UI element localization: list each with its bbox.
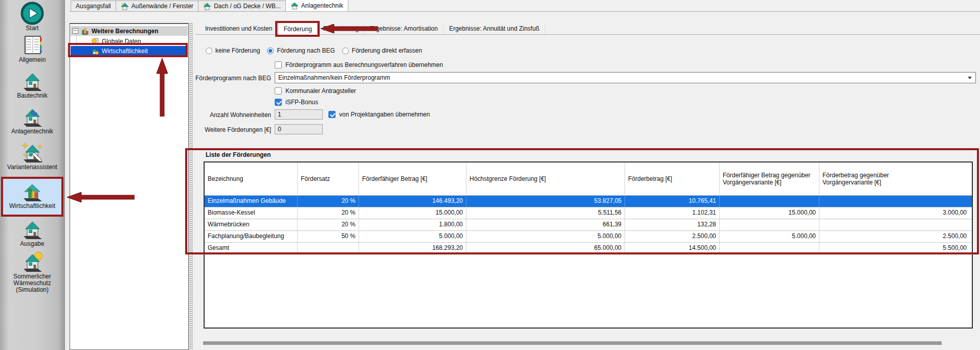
table-cell[interactable]: Biomasse-Kessel — [205, 207, 298, 219]
table-cell[interactable]: 5.000,00 — [359, 231, 466, 242]
variant-house-icon — [291, 2, 299, 10]
checkbox-label: Förderprogramm aus Berechnungsverfahren … — [285, 61, 443, 68]
column-header-4[interactable]: Höchstgrenze Förderung [€] — [466, 162, 625, 195]
table-cell[interactable]: 14.500,00 — [625, 243, 720, 254]
table-cell[interactable]: 15.000,00 — [720, 207, 819, 219]
table-cell[interactable]: 2.500,00 — [625, 231, 720, 242]
sidebar-item-anlagentechnik[interactable]: Anlagentechnik — [0, 105, 64, 135]
tree-item-weitere-berechnungen[interactable]: − Weitere Berechnungen — [71, 26, 188, 36]
sidebar-item-bautechnik[interactable]: Bautechnik — [0, 69, 64, 99]
checkbox-von-projektangaben[interactable]: von Projektangaben übernehmen — [328, 110, 430, 119]
column-header-1[interactable]: Bezeichnung — [205, 162, 298, 195]
table-body: Einzelmaßnahmen Gebäude20 %146.493,2053.… — [205, 196, 972, 254]
table-cell[interactable]: 15.000,00 — [359, 207, 466, 219]
table-cell[interactable]: 3.000,00 — [819, 207, 970, 219]
table-cell[interactable]: 20 % — [298, 219, 359, 230]
table-cell[interactable]: 661,39 — [466, 219, 625, 230]
checkbox-foerderprogramm-uebernehmen[interactable]: Förderprogramm aus Berechnungsverfahren … — [275, 61, 443, 69]
content-tab-investitionen-und-kosten[interactable]: Investitionen und Kosten — [199, 22, 278, 34]
table-cell[interactable]: 20 % — [298, 196, 359, 207]
table-cell[interactable]: 5.000,00 — [466, 231, 625, 242]
table-cell[interactable]: 168.293,20 — [359, 243, 466, 254]
variant-tab-bar: AusgangsfallAußenwände / FensterDach / o… — [70, 0, 980, 12]
application-window: StartAllgemeinBautechnikAnlagentechnikVa… — [0, 0, 980, 350]
weitere-foerderungen-input[interactable] — [275, 124, 323, 134]
table-cell[interactable]: 1.800,00 — [359, 219, 466, 230]
table-row[interactable]: Wärmebrücken20 %1.800,00661,39132,28 — [205, 219, 972, 231]
sidebar-gap — [65, 0, 70, 350]
table-cell[interactable]: 5.500,00 — [819, 243, 970, 254]
table-cell[interactable]: 50 % — [298, 231, 359, 242]
sidebar-item-variantenassistent[interactable]: Variantenassistent — [0, 141, 64, 171]
sidebar-item-wirtschaftlichkeit[interactable]: Wirtschaftlichkeit — [1, 177, 63, 217]
sidebar-item-label: Bautechnik — [0, 92, 64, 99]
table-cell[interactable] — [819, 219, 970, 230]
column-header-5[interactable]: Förderbetrag [€] — [625, 162, 720, 195]
table-cell[interactable] — [819, 196, 970, 207]
table-cell[interactable]: 65.000,00 — [466, 243, 625, 254]
panel-splitter[interactable] — [189, 23, 193, 350]
table-cell[interactable]: Einzelmaßnahmen Gebäude — [205, 196, 298, 207]
table-header-row: BezeichnungFördersatzFörderfähiger Betra… — [205, 162, 972, 196]
table-cell[interactable]: 132,28 — [625, 219, 720, 230]
table-row[interactable]: Einzelmaßnahmen Gebäude20 %146.493,2053.… — [205, 196, 972, 207]
sidebar-item-ausgabe[interactable]: Ausgabe — [0, 218, 64, 247]
checkbox-kommunaler-antragsteller[interactable]: Kommunaler Antragsteller — [275, 87, 356, 95]
table-cell[interactable] — [720, 196, 819, 207]
variant-tab-label: Dach / oG Decke / WB... — [214, 3, 281, 10]
column-header-label: Förderbetrag [€] — [628, 175, 672, 182]
variant-tab-ausgangsfall[interactable]: Ausgangsfall — [71, 1, 116, 11]
column-header-2[interactable]: Fördersatz — [298, 162, 359, 195]
table-cell[interactable]: 2.500,00 — [819, 231, 970, 242]
content-tab-ergebnisse-amortisation[interactable]: Ergebnisse: Amortisation — [364, 22, 443, 34]
notebook-icon — [0, 34, 64, 56]
table-cell[interactable] — [298, 243, 359, 254]
column-header-7[interactable]: Förderbetrag gegenüber Vorgängervariante… — [819, 162, 970, 195]
sidebar-item-start[interactable]: Start — [0, 2, 64, 32]
table-cell[interactable]: 53.827,05 — [466, 196, 625, 207]
variant-tab-aussenwaende-fenster[interactable]: Außenwände / Fenster — [116, 1, 198, 11]
table-row[interactable]: Gesamt168.293,2065.000,0014.500,005.500,… — [205, 243, 972, 254]
variant-tab-dach-og-decke[interactable]: Dach / oG Decke / WB... — [198, 1, 286, 11]
anzahl-wohneinheiten-input[interactable] — [275, 109, 323, 120]
anzahl-wohneinheiten-label: Anzahl Wohneinheiten — [195, 111, 271, 119]
table-cell[interactable]: 10.765,41 — [625, 196, 720, 207]
table-cell[interactable]: 5.511,56 — [466, 207, 625, 219]
radio-icon — [342, 48, 349, 54]
content-tab-ergebnisse-annuitaet[interactable]: Ergebnisse: Annuität und Zinsfuß — [443, 22, 545, 34]
foerderung-radio-group: keine FörderungFörderung nach BEGFörderu… — [206, 46, 422, 55]
table-cell[interactable]: 146.493,20 — [359, 196, 466, 207]
house-icon — [0, 69, 64, 92]
radio-keine-foerderung[interactable]: keine Förderung — [206, 47, 260, 54]
house-icon — [0, 218, 64, 240]
tree-item-globale-daten[interactable]: Globale Daten — [71, 36, 188, 46]
column-header-label: Förderfähiger Betrag [€] — [362, 175, 427, 182]
tree-expander-icon[interactable]: − — [73, 28, 78, 34]
table-cell[interactable]: Gesamt — [205, 243, 298, 254]
variant-tab-anlagentechnik[interactable]: Anlagentechnik — [285, 0, 348, 11]
table-cell[interactable]: Wärmebrücken — [205, 219, 298, 230]
column-header-6[interactable]: Förderfähiger Betrag gegenüber Vorgänger… — [720, 162, 819, 195]
table-row[interactable]: Biomasse-Kessel20 %15.000,005.511,561.10… — [205, 207, 972, 219]
sidebar-item-allgemein[interactable]: Allgemein — [0, 34, 64, 63]
horizontal-scrollbar[interactable] — [203, 341, 942, 345]
table-row[interactable]: Fachplanung/Baubegleitung50 %5.000,005.0… — [205, 231, 972, 243]
table-cell[interactable]: 20 % — [298, 207, 359, 219]
table-cell[interactable] — [720, 243, 819, 254]
foerderprogramm-combobox[interactable]: Einzelmaßnahmen/kein Förderprogramm — [275, 72, 976, 83]
tree-item-wirtschaftlichkeit[interactable]: Wirtschaftlichkeit — [71, 46, 188, 56]
table-cell[interactable]: 5.000,00 — [720, 231, 819, 242]
table-cell[interactable]: Fachplanung/Baubegleitung — [205, 231, 298, 242]
column-header-3[interactable]: Förderfähiger Betrag [€] — [359, 162, 466, 195]
table-cell[interactable]: 1.102,31 — [625, 207, 720, 219]
sidebar-item-label: Anlagentechnik — [0, 128, 64, 135]
content-tab-foerderung[interactable]: Förderung — [278, 22, 317, 35]
table-cell[interactable] — [720, 219, 819, 230]
house-stars-icon — [0, 141, 64, 164]
radio-foerderung-nach-beg[interactable]: Förderung nach BEG — [267, 47, 335, 54]
sidebar-item-sommerlicher-waermeschutz[interactable]: Sommerlicher Wärmeschutz (Simulation) — [0, 250, 64, 293]
start-icon — [0, 2, 64, 25]
checkbox-isfp-bonus[interactable]: iSFP-Bonus — [275, 98, 318, 106]
radio-foerderung-direkt-erfassen[interactable]: Förderung direkt erfassen — [342, 47, 422, 54]
content-tab-finanzierung[interactable]: Finanzierung — [318, 22, 364, 34]
